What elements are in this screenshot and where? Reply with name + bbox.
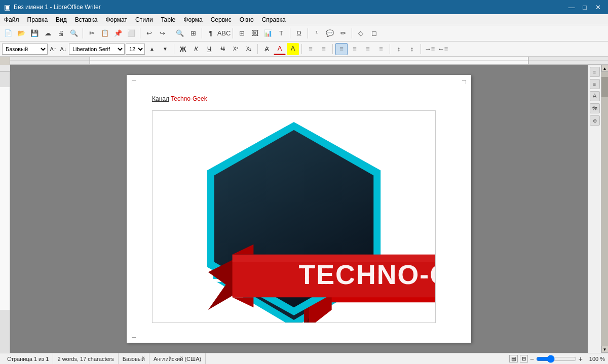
zoom-slider[interactable] bbox=[536, 355, 577, 362]
close-button[interactable]: ✕ bbox=[592, 2, 604, 12]
increase-size-button[interactable]: ▲ bbox=[146, 43, 158, 55]
para-marks-button[interactable]: ¶ bbox=[205, 27, 217, 39]
copy-button[interactable]: 📋 bbox=[99, 27, 111, 39]
svg-text:TECHNO-GEEK: TECHNO-GEEK bbox=[298, 259, 435, 290]
zoom-level: 100 % bbox=[585, 356, 605, 362]
menu-edit[interactable]: Правка bbox=[23, 14, 52, 25]
sidebar-functions-icon[interactable]: ⊕ bbox=[590, 115, 600, 126]
clone-button[interactable]: ⬜ bbox=[125, 27, 137, 39]
status-right: ▤ ⊟ − + 100 % bbox=[509, 355, 605, 363]
align-right-button[interactable]: ≡ bbox=[362, 43, 374, 55]
menu-table[interactable]: Table bbox=[157, 14, 180, 25]
fmt-sep1 bbox=[174, 44, 174, 54]
comment-button[interactable]: 💬 bbox=[324, 27, 336, 39]
bold-button[interactable]: Ж bbox=[177, 43, 189, 55]
chart-button[interactable]: 📊 bbox=[262, 27, 274, 39]
view-web-button[interactable]: ⊟ bbox=[520, 355, 528, 362]
redo-button[interactable]: ↪ bbox=[156, 27, 168, 39]
draw-button[interactable]: ✏ bbox=[337, 27, 349, 39]
fmt-sep4 bbox=[332, 44, 333, 54]
shapes-button[interactable]: ◇ bbox=[355, 27, 367, 39]
logo-image-container: TECHNO-GEEK bbox=[152, 110, 436, 323]
save-remote-button[interactable]: ☁ bbox=[42, 27, 54, 39]
increase-indent-button[interactable]: →≡ bbox=[424, 43, 436, 55]
image-button[interactable]: 🖼 bbox=[249, 27, 261, 39]
scroll-track[interactable] bbox=[601, 72, 609, 346]
italic-button[interactable]: К bbox=[190, 43, 202, 55]
window-controls: — □ ✕ bbox=[565, 2, 604, 12]
para-spacing-button[interactable]: ↕ bbox=[406, 43, 418, 55]
align-justify-button[interactable]: ≡ bbox=[375, 43, 387, 55]
language-status[interactable]: Английский (США) bbox=[149, 353, 206, 364]
zoom-minus[interactable]: − bbox=[530, 355, 534, 363]
superscript-button[interactable]: X² bbox=[230, 43, 242, 55]
menu-format[interactable]: Формат bbox=[101, 14, 131, 25]
find-button[interactable]: 🔍 bbox=[174, 27, 186, 39]
menu-view[interactable]: Вид bbox=[52, 14, 71, 25]
spelling-button[interactable]: ABC bbox=[218, 27, 230, 39]
scroll-thumb[interactable] bbox=[601, 77, 609, 97]
scroll-down-button[interactable]: ▼ bbox=[601, 346, 609, 353]
menu-tools[interactable]: Сервис bbox=[207, 14, 236, 25]
sidebar-navigator-icon[interactable]: 🗺 bbox=[590, 103, 600, 113]
subscript-button[interactable]: X₂ bbox=[243, 43, 255, 55]
corner-mark-bl bbox=[132, 334, 136, 338]
minimize-button[interactable]: — bbox=[565, 2, 578, 12]
sidebar-gallery-icon[interactable]: A bbox=[590, 91, 600, 101]
word-count-text: 2 words, 17 characters bbox=[57, 356, 113, 362]
maximize-button[interactable]: □ bbox=[579, 2, 591, 12]
paste-button[interactable]: 📌 bbox=[112, 27, 124, 39]
decrease-size-button[interactable]: ▼ bbox=[159, 43, 171, 55]
view-normal-button[interactable]: ▤ bbox=[509, 355, 518, 362]
print-preview-button[interactable]: 🔍 bbox=[68, 27, 80, 39]
font-color-button[interactable]: A bbox=[274, 43, 286, 55]
basic-shapes-button[interactable]: ◻ bbox=[368, 27, 380, 39]
update-style-button[interactable]: A↓ bbox=[59, 43, 68, 55]
sep4 bbox=[202, 28, 202, 38]
vertical-scrollbar[interactable]: ▲ ▼ bbox=[601, 65, 608, 353]
print-button[interactable]: 🖨 bbox=[55, 27, 67, 39]
main-content: Канал Techno-Geek bbox=[0, 65, 608, 353]
sidebar-properties-icon[interactable]: ≡ bbox=[590, 67, 600, 77]
navigator-button[interactable]: ⊞ bbox=[187, 27, 199, 39]
ruler-corner bbox=[0, 57, 10, 65]
align-center-button[interactable]: ≡ bbox=[349, 43, 361, 55]
menu-window[interactable]: Окно bbox=[236, 14, 258, 25]
font-size-select[interactable]: 12 bbox=[126, 44, 145, 55]
document-scroll-area[interactable]: Канал Techno-Geek bbox=[10, 65, 588, 353]
document-text[interactable]: Канал Techno-Geek bbox=[152, 95, 446, 102]
line-spacing-button[interactable]: ↕ bbox=[393, 43, 405, 55]
save-button[interactable]: 💾 bbox=[28, 27, 41, 39]
decrease-indent-button[interactable]: ←≡ bbox=[437, 43, 449, 55]
scroll-up-button[interactable]: ▲ bbox=[601, 65, 609, 72]
menu-help[interactable]: Справка bbox=[258, 14, 290, 25]
paragraph-style-select[interactable]: Базовый bbox=[2, 44, 48, 55]
new-button[interactable]: 📄 bbox=[2, 27, 14, 39]
cut-button[interactable]: ✂ bbox=[86, 27, 98, 39]
align-left-button[interactable]: ≡ bbox=[335, 43, 348, 55]
textbox-button[interactable]: T bbox=[275, 27, 287, 39]
table-button[interactable]: ⊞ bbox=[236, 27, 248, 39]
main-toolbar: 📄 📂 💾 ☁ 🖨 🔍 ✂ 📋 📌 ⬜ ↩ ↪ 🔍 ⊞ ¶ ABC ⊞ 🖼 📊 … bbox=[0, 25, 608, 42]
menu-insert[interactable]: Вставка bbox=[71, 14, 102, 25]
style-status[interactable]: Базовый bbox=[119, 353, 149, 364]
sidebar-styles-icon[interactable]: ≡ bbox=[590, 79, 600, 89]
ordered-list-button[interactable]: ≡ bbox=[318, 43, 330, 55]
clear-format-button[interactable]: A̷ bbox=[260, 43, 273, 55]
highlight-button[interactable]: A bbox=[287, 43, 299, 55]
strikethrough-button[interactable]: Ч̶ bbox=[216, 43, 229, 55]
new-style-button[interactable]: A↑ bbox=[49, 43, 58, 55]
zoom-plus[interactable]: + bbox=[579, 355, 583, 363]
fmt-sep5 bbox=[390, 44, 390, 54]
footnote-button[interactable]: ¹ bbox=[311, 27, 323, 39]
open-button[interactable]: 📂 bbox=[15, 27, 27, 39]
special-chars-button[interactable]: Ω bbox=[293, 27, 305, 39]
menu-styles[interactable]: Стили bbox=[131, 14, 157, 25]
ruler-area bbox=[0, 57, 608, 65]
menu-form[interactable]: Форма bbox=[179, 14, 206, 25]
menu-file[interactable]: Файл bbox=[0, 14, 23, 25]
underline-button[interactable]: Ч bbox=[203, 43, 215, 55]
unordered-list-button[interactable]: ≡ bbox=[305, 43, 317, 55]
undo-button[interactable]: ↩ bbox=[143, 27, 155, 39]
font-select[interactable]: Liberation Serif bbox=[69, 44, 125, 55]
